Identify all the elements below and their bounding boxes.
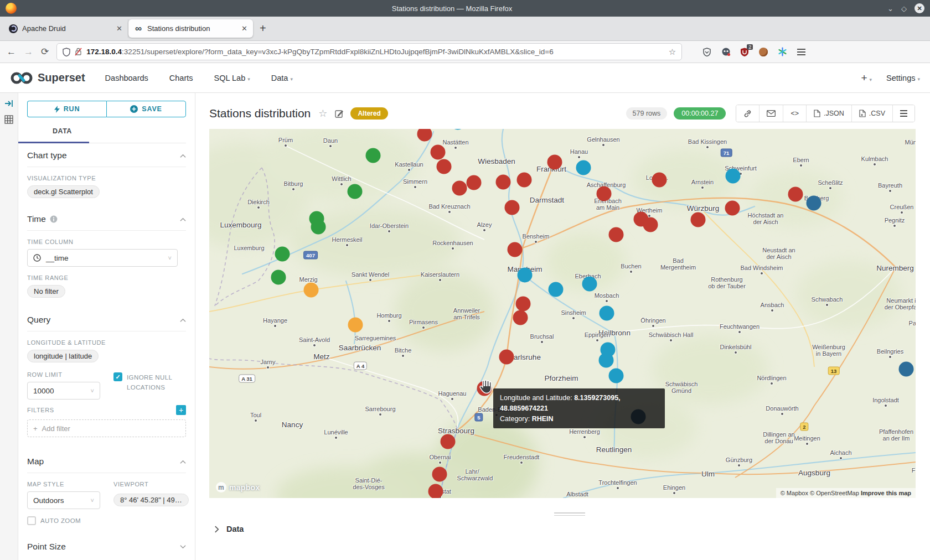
mask-extension-icon[interactable] xyxy=(721,47,731,57)
map-data-point[interactable] xyxy=(899,362,914,377)
map-data-point[interactable] xyxy=(452,181,467,196)
section-query[interactable]: Query xyxy=(27,308,186,331)
nav-sql-lab[interactable]: SQL Lab▾ xyxy=(214,74,250,82)
map-data-point[interactable] xyxy=(788,187,803,202)
map-data-point[interactable] xyxy=(599,353,614,368)
altered-badge[interactable]: Altered xyxy=(350,107,388,120)
mapbox-logo[interactable]: m mapbox xyxy=(216,482,260,492)
add-filter-plus-button[interactable]: + xyxy=(176,405,186,415)
map-data-point[interactable] xyxy=(513,310,528,325)
map-data-point[interactable] xyxy=(432,467,447,482)
reload-button[interactable]: ⟳ xyxy=(41,46,49,58)
dataset-grid-icon[interactable] xyxy=(4,115,13,124)
map-data-point[interactable] xyxy=(516,297,531,312)
row-limit-select[interactable]: 10000 ˅ xyxy=(27,382,100,400)
map-data-point[interactable] xyxy=(725,201,740,216)
export-json-button[interactable]: .JSON xyxy=(806,105,851,122)
map-data-point[interactable] xyxy=(467,175,482,190)
bookmark-star-icon[interactable]: ☆ xyxy=(669,47,676,57)
run-button[interactable]: RUN xyxy=(27,101,106,117)
map-data-point[interactable] xyxy=(597,186,612,201)
asterisk-extension-icon[interactable] xyxy=(777,47,787,57)
map-data-point[interactable] xyxy=(691,212,706,227)
insecure-lock-icon[interactable] xyxy=(75,48,82,56)
map-data-point[interactable] xyxy=(275,247,290,262)
settings-menu[interactable]: Settings▾ xyxy=(886,74,920,82)
pocket-icon[interactable] xyxy=(702,47,712,57)
time-column-select[interactable]: __time ˅ xyxy=(27,249,178,267)
map-attribution[interactable]: © Mapbox © OpenStreetMap Improve this ma… xyxy=(776,488,916,498)
window-close-icon[interactable]: ✕ xyxy=(914,3,924,13)
map-data-point[interactable] xyxy=(517,173,532,188)
section-chart-type[interactable]: Chart type xyxy=(27,143,186,167)
menu-icon[interactable] xyxy=(796,47,806,57)
map-data-point[interactable] xyxy=(547,155,562,170)
superset-logo[interactable]: Superset xyxy=(10,71,85,85)
auto-zoom-checkbox[interactable] xyxy=(27,516,36,525)
map-data-point[interactable] xyxy=(643,217,658,232)
email-button[interactable] xyxy=(759,105,783,122)
map-data-point[interactable] xyxy=(508,242,523,257)
map-style-select[interactable]: Outdoors ˅ xyxy=(27,491,100,509)
map-data-point[interactable] xyxy=(582,277,597,292)
map-data-point[interactable] xyxy=(441,434,456,449)
tab-data[interactable]: DATA xyxy=(53,127,72,135)
url-text[interactable]: 172.18.0.4:32251/superset/explore/?form_… xyxy=(86,48,664,56)
share-link-button[interactable] xyxy=(736,105,759,122)
collapse-panel-icon[interactable] xyxy=(4,100,13,107)
map-data-point[interactable] xyxy=(609,369,624,383)
map-data-point[interactable] xyxy=(652,173,667,188)
map-data-point[interactable] xyxy=(505,200,520,215)
url-field[interactable]: 172.18.0.4:32251/superset/explore/?form_… xyxy=(56,43,682,60)
back-button[interactable]: ← xyxy=(7,46,16,58)
save-button[interactable]: SAVE xyxy=(106,101,186,117)
tab-apache-druid[interactable]: Apache Druid ✕ xyxy=(3,19,128,38)
tab-close-icon[interactable]: ✕ xyxy=(241,24,247,33)
add-new-button[interactable]: +▾ xyxy=(861,72,872,84)
ublock-icon[interactable]: 2 xyxy=(740,47,750,57)
favorite-star-icon[interactable]: ☆ xyxy=(318,107,327,120)
window-maximize-icon[interactable]: ◇ xyxy=(901,4,907,13)
nav-data[interactable]: Data▾ xyxy=(271,74,293,82)
deckgl-map[interactable]: PrümDaunNastättenKastellaunSimmernWittli… xyxy=(209,129,916,498)
forward-button[interactable]: → xyxy=(24,46,33,58)
tab-stations-distribution[interactable]: ∞ Stations distribution ✕ xyxy=(128,19,253,38)
section-time[interactable]: Time xyxy=(27,207,186,231)
new-tab-button[interactable]: + xyxy=(260,22,266,35)
map-data-point[interactable] xyxy=(348,318,363,333)
map-data-point[interactable] xyxy=(807,196,822,211)
map-data-point[interactable] xyxy=(609,227,624,242)
map-data-point[interactable] xyxy=(518,268,533,283)
more-options-button[interactable] xyxy=(892,105,914,122)
map-data-point[interactable] xyxy=(576,160,591,175)
map-data-point[interactable] xyxy=(428,484,443,499)
map-data-point[interactable] xyxy=(431,145,446,160)
export-csv-button[interactable]: .CSV xyxy=(851,105,892,122)
map-data-point[interactable] xyxy=(311,220,326,235)
map-data-point[interactable] xyxy=(726,169,741,184)
window-minimize-icon[interactable]: ⌄ xyxy=(887,4,893,13)
viewport-value[interactable]: 8° 46' 45.28" | 49… xyxy=(113,494,189,506)
lonlat-value[interactable]: longitude | latitude xyxy=(27,350,99,362)
viz-type-value[interactable]: deck.gl Scatterplot xyxy=(27,185,100,198)
section-map[interactable]: Map xyxy=(27,449,186,473)
map-data-point[interactable] xyxy=(437,159,452,174)
add-filter-box[interactable]: + Add filter xyxy=(27,419,186,437)
map-data-point[interactable] xyxy=(304,283,319,298)
tracking-shield-icon[interactable] xyxy=(63,48,70,56)
map-data-point[interactable] xyxy=(600,306,614,321)
tab-close-icon[interactable]: ✕ xyxy=(116,24,122,33)
embed-code-button[interactable]: <> xyxy=(783,105,806,122)
section-point-size[interactable]: Point Size xyxy=(27,535,186,558)
data-panel-expander[interactable]: Data xyxy=(209,525,930,533)
ignore-null-checkbox[interactable]: ✓ xyxy=(113,372,122,381)
nav-dashboards[interactable]: Dashboards xyxy=(105,74,148,82)
map-data-point[interactable] xyxy=(549,282,564,297)
map-data-point[interactable] xyxy=(496,175,511,190)
time-range-value[interactable]: No filter xyxy=(27,285,65,298)
cookie-extension-icon[interactable] xyxy=(758,47,768,57)
resize-handle[interactable] xyxy=(554,512,585,516)
map-data-point[interactable] xyxy=(499,350,514,365)
edit-icon[interactable] xyxy=(335,109,344,118)
nav-charts[interactable]: Charts xyxy=(169,74,193,82)
